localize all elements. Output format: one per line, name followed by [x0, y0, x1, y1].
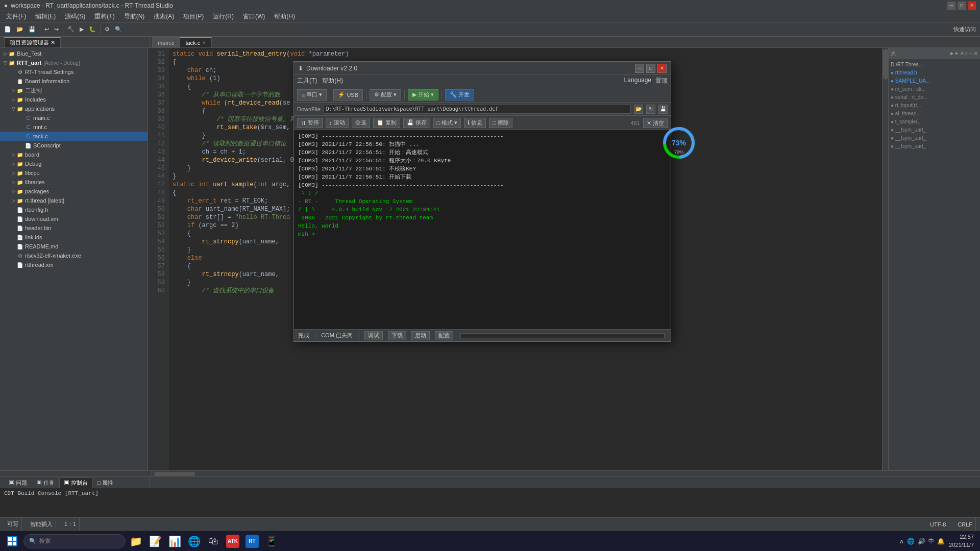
save-button[interactable]: 💾 — [27, 25, 38, 34]
open-button[interactable]: 📂 — [14, 25, 26, 34]
vertical-scrollbar[interactable] — [882, 48, 888, 470]
tree-item-readme[interactable]: 📄 README.md — [0, 242, 148, 251]
start-button[interactable] — [2, 532, 22, 550]
tree-item-applications[interactable]: ▽ 📁 applications — [0, 104, 148, 113]
minimize-button[interactable]: ─ — [947, 2, 955, 10]
tree-item-settings[interactable]: ⚙ RT-Thread Settings — [0, 67, 148, 77]
copy-btn[interactable]: 📋 复制 — [373, 118, 400, 128]
taskbar-app-browser[interactable]: 🌐 — [185, 532, 203, 550]
dialog-output[interactable]: [COM3] ---------------------------------… — [294, 130, 671, 329]
filepath-save-btn[interactable]: 💾 — [658, 105, 668, 114]
volume-icon[interactable]: 🔊 — [918, 538, 925, 545]
right-item-rt-input[interactable]: ● rt_input(rt... — [889, 101, 980, 109]
tab-tack-c-close[interactable]: ✕ — [202, 40, 206, 45]
tree-item-download[interactable]: 📄 download.xm — [0, 214, 148, 223]
tree-item-rt-thread[interactable]: ▷ 📁 rt-thread [latest] — [0, 196, 148, 205]
quick-access-button[interactable]: 快速访问 — [951, 24, 978, 34]
menu-refactor[interactable]: 重构(T) — [90, 11, 118, 22]
tree-item-link-lds[interactable]: 📄 link.lds — [0, 233, 148, 242]
tree-item-rtt-uart[interactable]: ▽ 📁 RTT_uart [Active - Debug] — [0, 58, 148, 67]
right-item-rtthread-h[interactable]: ● rtthread.h — [889, 68, 980, 77]
debug-status-btn[interactable]: 调试 — [364, 331, 383, 340]
dialog-maximize-button[interactable]: □ — [646, 64, 655, 73]
new-button[interactable]: 📄 — [2, 25, 13, 34]
bottom-tab-tasks[interactable]: ▣ 任务 — [32, 478, 59, 488]
tab-tack-c[interactable]: tack.c ✕ — [180, 37, 212, 47]
debug-button[interactable]: 🐛 — [87, 25, 98, 34]
taskbar-search-box[interactable]: 🔍 搜索 — [23, 534, 126, 548]
tree-item-sconscript[interactable]: 📄 SConscript — [0, 141, 148, 150]
input-method-icon[interactable]: 中 — [928, 537, 934, 545]
menu-edit[interactable]: 编辑(E) — [31, 11, 60, 22]
maximize-button[interactable]: □ — [958, 2, 966, 10]
filepath-open-btn[interactable]: 📂 — [634, 105, 643, 114]
usb-btn[interactable]: ⚡ USB — [333, 89, 363, 101]
undo-button[interactable]: ↩ — [42, 25, 51, 34]
save-output-btn[interactable]: 💾 保存 — [403, 118, 430, 128]
tree-item-binary[interactable]: ▷ 📁 二进制 — [0, 86, 148, 95]
develop-btn[interactable]: 🔧 开发 — [445, 89, 474, 101]
right-item-t-sample[interactable]: ● t_sample(... — [889, 117, 980, 126]
build-button[interactable]: 🔨 — [65, 25, 77, 34]
tab-main-c[interactable]: main.c — [152, 37, 180, 47]
system-clock[interactable]: 22:57 2021/11/7 — [949, 533, 974, 549]
top-btn[interactable]: 置顶 — [655, 77, 668, 85]
tree-item-board-info[interactable]: 📋 Board Information — [0, 77, 148, 86]
select-all-btn[interactable]: 全选 — [352, 118, 370, 128]
tree-item-includes[interactable]: ▷ 📁 Includes — [0, 95, 148, 104]
right-item-fsym3[interactable]: ● __fsym_uart_ — [889, 142, 980, 150]
taskbar-app-file-explorer[interactable]: 📁 — [127, 532, 145, 550]
search-button[interactable]: 🔍 — [113, 25, 124, 34]
dialog-minimize-button[interactable]: ─ — [635, 64, 644, 73]
close-button[interactable]: ✕ — [968, 2, 976, 10]
start-btn[interactable]: ▶ 开始 ▾ — [408, 89, 438, 101]
erase-btn[interactable]: □ 擦除 — [489, 118, 512, 128]
filepath-input[interactable] — [324, 105, 631, 114]
boot-status-btn[interactable]: 启动 — [411, 331, 430, 340]
horizontal-scrollbar[interactable] — [0, 470, 980, 477]
right-item-al-thread[interactable]: ● al_thread... — [889, 109, 980, 117]
bottom-tab-problems[interactable]: ▣ 问题 — [4, 478, 32, 488]
tree-item-libcpu[interactable]: ▷ 📁 libcpu — [0, 168, 148, 178]
tree-item-mnt-c[interactable]: C mnt.c — [0, 122, 148, 132]
taskbar-app-notepad[interactable]: 📝 — [146, 532, 164, 550]
bottom-tab-properties[interactable]: □ 属性 — [92, 478, 118, 488]
tree-item-debug[interactable]: ▷ 📁 Debug — [0, 159, 148, 168]
tree-item-rtconfig[interactable]: 📄 rtconfig.h — [0, 205, 148, 214]
right-item-fsym2[interactable]: ● __fsym_uart_ — [889, 134, 980, 142]
language-btn[interactable]: Language — [624, 77, 651, 85]
tree-item-libraries[interactable]: ▷ 📁 libraries — [0, 178, 148, 187]
menu-run[interactable]: 运行(R) — [209, 11, 238, 22]
tree-item-board[interactable]: ▷ 📁 board — [0, 150, 148, 159]
redo-button[interactable]: ↪ — [52, 25, 61, 34]
taskbar-app-store[interactable]: 🛍 — [204, 532, 223, 550]
dialog-close-button[interactable]: ✕ — [657, 64, 667, 73]
serial-port-btn[interactable]: ≡ 串口 ▾ — [297, 89, 327, 101]
right-item-sample-ua[interactable]: ● SAMPLE_UA... — [889, 77, 980, 85]
dialog-menu-tools[interactable]: 工具(T) — [297, 77, 317, 85]
bottom-tab-console[interactable]: ▣ 控制台 — [59, 478, 92, 488]
configure-status-btn[interactable]: 配置 — [435, 331, 453, 340]
scroll-btn[interactable]: ↕ 滚动 — [326, 118, 349, 128]
tree-item-main-c[interactable]: C main.c — [0, 113, 148, 122]
filepath-refresh-btn[interactable]: ↻ — [646, 105, 655, 114]
menu-search[interactable]: 搜索(A) — [150, 11, 178, 22]
right-item-rx-sem[interactable]: ● rx_sem : str... — [889, 85, 980, 93]
menu-source[interactable]: 源码(S) — [61, 11, 89, 22]
network-icon[interactable]: 🌐 — [907, 538, 915, 545]
run-button[interactable]: ▶ — [78, 25, 86, 34]
taskbar-app-graph[interactable]: 📊 — [165, 532, 184, 550]
dialog-menu-help[interactable]: 帮助(H) — [322, 77, 343, 85]
tree-item-rtthread-xm[interactable]: 📄 rtthread.xm — [0, 260, 148, 269]
notification-icon[interactable]: 🔔 — [937, 538, 945, 545]
tree-item-tack-c[interactable]: C tack.c — [0, 132, 148, 141]
info-btn[interactable]: ℹ 信息 — [464, 118, 486, 128]
taskbar-app-rt-thread[interactable]: RT — [243, 532, 261, 550]
chevron-icon[interactable]: ∧ — [899, 538, 904, 545]
right-item-fsym1[interactable]: ● __fsym_uart_ — [889, 126, 980, 134]
menu-help[interactable]: 帮助(H) — [270, 11, 299, 22]
menu-file[interactable]: 文件(F) — [2, 11, 30, 22]
config-btn[interactable]: ⚙ 配置 ▾ — [370, 89, 401, 101]
format-btn[interactable]: □ 格式 ▾ — [433, 118, 461, 128]
settings-button[interactable]: ⚙ — [103, 25, 112, 34]
